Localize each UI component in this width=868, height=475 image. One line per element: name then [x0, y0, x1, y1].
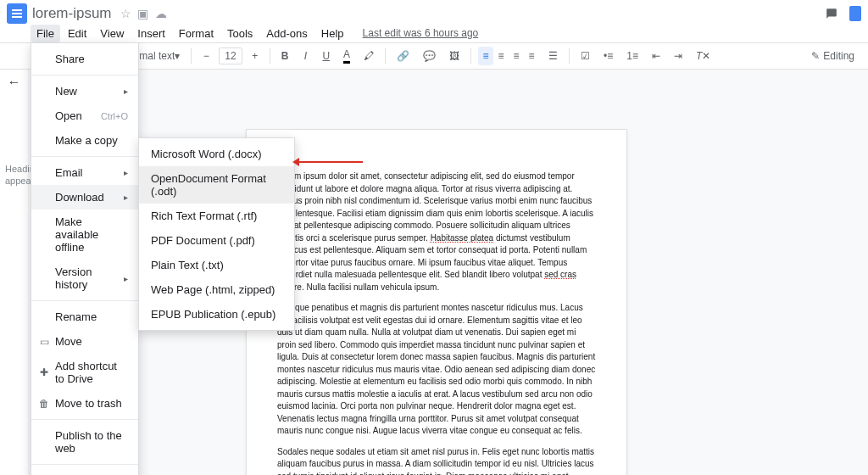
bulleted-list-button[interactable]: •≡ — [599, 47, 617, 65]
menu-divider — [31, 419, 138, 420]
docs-logo[interactable] — [7, 3, 27, 24]
menu-divider — [31, 156, 138, 157]
indent-decrease-button[interactable]: ⇤ — [648, 47, 665, 65]
paragraph[interactable]: Lorem ipsum dolor sit amet, consectetur … — [277, 170, 596, 293]
menu-tools[interactable]: Tools — [221, 25, 259, 42]
download-txt[interactable]: Plain Text (.txt) — [139, 253, 294, 277]
bold-button[interactable]: B — [277, 47, 293, 65]
mode-selector[interactable]: ✎ Editing — [804, 47, 861, 65]
last-edit-link[interactable]: Last edit was 6 hours ago — [357, 25, 485, 42]
menu-download[interactable]: Download▸ — [31, 185, 138, 210]
indent-increase-button[interactable]: ⇥ — [670, 47, 687, 65]
paragraph[interactable]: Natoque penatibus et magnis dis parturie… — [277, 302, 596, 438]
font-size-decrease[interactable]: − — [198, 47, 214, 65]
menu-share[interactable]: Share — [31, 47, 138, 71]
checklist-button[interactable]: ☑ — [576, 47, 594, 65]
share-avatar[interactable] — [849, 6, 861, 21]
download-html[interactable]: Web Page (.html, zipped) — [139, 277, 294, 302]
file-menu: Share New▸ OpenCtrl+O Make a copy Email▸… — [31, 42, 139, 475]
comments-icon[interactable] — [826, 8, 837, 20]
menu-make-copy[interactable]: Make a copy — [31, 128, 138, 153]
star-icon[interactable]: ☆ — [120, 7, 131, 20]
menu-doc-details[interactable]: Document details — [31, 468, 138, 475]
text-color-button[interactable]: A — [339, 47, 354, 65]
menu-divider — [31, 464, 138, 465]
annotation-arrow — [295, 161, 363, 163]
download-epub[interactable]: EPUB Publication (.epub) — [139, 302, 294, 327]
numbered-list-button[interactable]: 1≡ — [622, 47, 643, 65]
menu-view[interactable]: View — [94, 25, 130, 42]
align-left-button[interactable]: ≡ — [478, 47, 493, 65]
menu-move-trash[interactable]: 🗑Move to trash — [31, 391, 138, 416]
paragraph[interactable]: Sodales neque sodales ut etiam sit amet … — [277, 446, 596, 476]
menu-new[interactable]: New▸ — [31, 79, 138, 103]
line-spacing-button[interactable]: ☰ — [544, 47, 562, 65]
clear-formatting-button[interactable]: T✕ — [692, 47, 715, 65]
separator — [385, 48, 386, 64]
insert-link-button[interactable]: 🔗 — [392, 47, 414, 65]
menu-divider — [31, 300, 138, 301]
outline-toggle[interactable]: ← — [0, 70, 29, 475]
menu-rename[interactable]: Rename — [31, 305, 138, 329]
menu-edit[interactable]: Edit — [62, 25, 92, 42]
underline-button[interactable]: U — [318, 47, 334, 65]
download-submenu: Microsoft Word (.docx) OpenDocument Form… — [138, 137, 295, 331]
menu-open[interactable]: OpenCtrl+O — [31, 103, 138, 128]
download-docx[interactable]: Microsoft Word (.docx) — [139, 142, 294, 166]
separator — [270, 48, 270, 64]
insert-image-button[interactable]: 🖼 — [445, 47, 464, 65]
download-pdf[interactable]: PDF Document (.pdf) — [139, 228, 294, 253]
page[interactable]: Lorem ipsum dolor sit amet, consectetur … — [246, 129, 627, 475]
menu-addons[interactable]: Add-ons — [260, 25, 313, 42]
separator — [191, 48, 192, 64]
move-folder-icon[interactable]: ▣ — [137, 7, 148, 20]
menu-file[interactable]: File — [31, 25, 60, 42]
italic-button[interactable]: I — [298, 47, 313, 65]
separator — [470, 48, 471, 64]
align-justify-button[interactable]: ≡ — [524, 47, 539, 65]
font-size-input[interactable]: 12 — [219, 48, 242, 64]
insert-comment-button[interactable]: 💬 — [419, 47, 440, 65]
font-size-increase[interactable]: + — [248, 47, 263, 65]
menu-email[interactable]: Email▸ — [31, 160, 138, 185]
menu-format[interactable]: Format — [173, 25, 220, 42]
cloud-status-icon[interactable]: ☁ — [155, 7, 167, 20]
align-right-button[interactable]: ≡ — [509, 47, 524, 65]
download-odt[interactable]: OpenDocument Format (.odt) — [139, 166, 294, 204]
menu-help[interactable]: Help — [315, 25, 350, 42]
menubar: File Edit View Insert Format Tools Add-o… — [0, 24, 868, 42]
menu-publish[interactable]: Publish to the web — [31, 423, 138, 461]
download-rtf[interactable]: Rich Text Format (.rtf) — [139, 204, 294, 228]
separator — [569, 48, 570, 64]
highlight-button[interactable]: 🖍 — [359, 47, 378, 65]
align-center-button[interactable]: ≡ — [493, 47, 509, 65]
title-icon-group: ☆ ▣ ☁ — [117, 7, 167, 20]
menu-add-shortcut[interactable]: ✚Add shortcut to Drive — [31, 354, 138, 391]
menu-insert[interactable]: Insert — [131, 25, 171, 42]
menu-make-offline[interactable]: Make available offline — [31, 210, 138, 260]
menu-divider — [31, 75, 138, 75]
menu-move[interactable]: ▭Move — [31, 329, 138, 354]
menu-version-history[interactable]: Version history▸ — [31, 260, 138, 297]
doc-title[interactable]: lorem-ipsum — [32, 5, 112, 22]
